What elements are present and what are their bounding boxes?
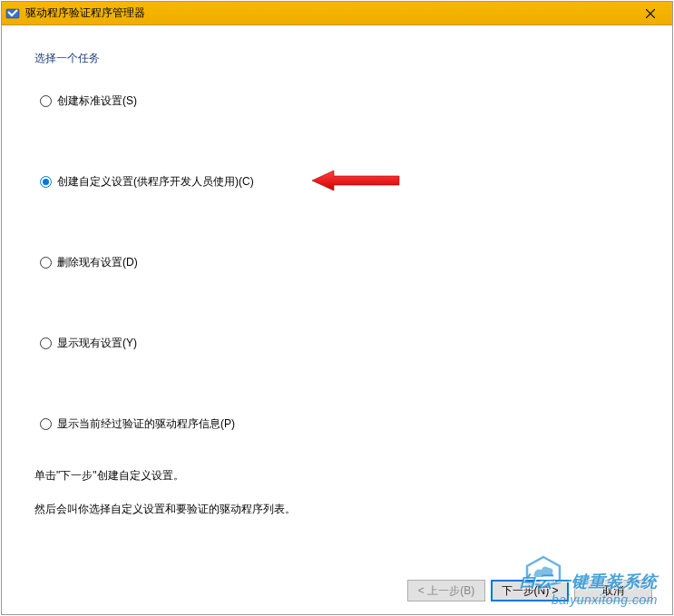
arrow-annotation xyxy=(312,169,403,195)
radio-icon xyxy=(40,257,52,269)
close-button[interactable] xyxy=(632,4,669,24)
instruction-line: 然后会叫你选择自定义设置和要验证的驱动程序列表。 xyxy=(34,502,640,517)
back-button: < 上一步(B) xyxy=(407,580,485,601)
radio-label: 显示当前经过验证的驱动程序信息(P) xyxy=(57,416,235,432)
wizard-content: 选择一个任务 创建标准设置(S) 创建自定义设置(供程序开发人员使用)(C) xyxy=(2,25,672,517)
instructions: 单击"下一步"创建自定义设置。 然后会叫你选择自定义设置和要验证的驱动程序列表。 xyxy=(34,468,640,517)
radio-delete-existing[interactable]: 删除现有设置(D) xyxy=(40,255,640,270)
radio-show-verified[interactable]: 显示当前经过验证的驱动程序信息(P) xyxy=(40,416,640,432)
task-radio-group: 创建标准设置(S) 创建自定义设置(供程序开发人员使用)(C) xyxy=(34,93,640,432)
radio-icon xyxy=(40,337,52,349)
radio-icon xyxy=(40,95,52,107)
next-button[interactable]: 下一步(N) > xyxy=(491,580,569,601)
radio-label: 显示现有设置(Y) xyxy=(57,336,137,351)
radio-icon xyxy=(40,418,52,430)
radio-create-custom[interactable]: 创建自定义设置(供程序开发人员使用)(C) xyxy=(40,174,640,190)
instruction-line: 单击"下一步"创建自定义设置。 xyxy=(34,468,640,484)
window-title: 驱动程序验证程序管理器 xyxy=(25,5,632,21)
wizard-buttons: < 上一步(B) 下一步(N) > 取消 xyxy=(407,580,652,601)
radio-create-standard[interactable]: 创建标准设置(S) xyxy=(40,93,640,109)
svg-marker-3 xyxy=(312,171,399,191)
radio-icon xyxy=(40,176,52,188)
cancel-button[interactable]: 取消 xyxy=(574,580,652,601)
task-group-label: 选择一个任务 xyxy=(34,51,640,66)
close-icon xyxy=(646,9,655,18)
radio-show-existing[interactable]: 显示现有设置(Y) xyxy=(40,336,640,351)
radio-label: 创建自定义设置(供程序开发人员使用)(C) xyxy=(57,174,254,190)
radio-label: 创建标准设置(S) xyxy=(57,93,137,109)
title-bar: 驱动程序验证程序管理器 xyxy=(2,2,672,25)
app-icon xyxy=(5,6,20,21)
radio-label: 删除现有设置(D) xyxy=(57,255,138,270)
